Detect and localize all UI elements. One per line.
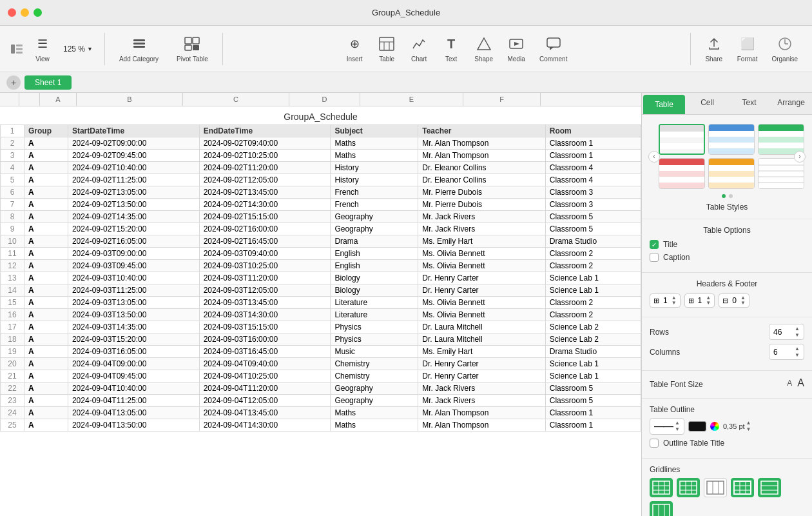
- data-cell[interactable]: A: [24, 321, 68, 333]
- data-cell[interactable]: 2024-09-03T11:25:00: [68, 284, 199, 297]
- data-cell[interactable]: Literature: [331, 297, 418, 309]
- data-cell[interactable]: Classroom 1: [545, 419, 641, 432]
- data-cell[interactable]: Dr. Laura Mitchell: [418, 321, 546, 333]
- data-cell[interactable]: 2024-09-04T14:30:00: [199, 419, 331, 432]
- data-cell[interactable]: Mr. Jack Rivers: [418, 223, 546, 235]
- data-cell[interactable]: Science Lab 1: [545, 284, 641, 297]
- data-cell[interactable]: History: [331, 162, 418, 174]
- table-style-orange[interactable]: [708, 158, 755, 189]
- data-cell[interactable]: Literature: [331, 309, 418, 321]
- table-style-plain2[interactable]: [758, 158, 804, 189]
- gridlines-inner-v[interactable]: [704, 478, 727, 497]
- data-cell[interactable]: 2024-09-03T13:05:00: [68, 297, 199, 309]
- line-style-stepper[interactable]: ▲ ▼: [675, 420, 680, 432]
- data-cell[interactable]: French: [331, 199, 418, 211]
- data-cell[interactable]: A: [24, 199, 68, 211]
- data-cell[interactable]: 2024-09-02T16:45:00: [199, 235, 331, 248]
- data-cell[interactable]: Ms. Olivia Bennett: [418, 248, 546, 260]
- toolbar-media[interactable]: Media: [501, 32, 532, 65]
- pt-down[interactable]: ▼: [746, 426, 751, 433]
- data-cell[interactable]: 2024-09-02T12:05:00: [199, 174, 331, 186]
- header-rows-down[interactable]: ▼: [672, 301, 677, 306]
- pt-stepper[interactable]: ▲ ▼: [746, 420, 751, 432]
- data-cell[interactable]: Ms. Emily Hart: [418, 235, 546, 248]
- minimize-button[interactable]: [21, 8, 29, 17]
- data-cell[interactable]: Science Lab 2: [545, 321, 641, 333]
- data-cell[interactable]: A: [24, 186, 68, 199]
- data-cell[interactable]: A: [24, 223, 68, 235]
- data-cell[interactable]: Mr. Pierre Dubois: [418, 186, 546, 199]
- cols-stepper[interactable]: ▲ ▼: [795, 346, 800, 358]
- cols-down[interactable]: ▼: [795, 352, 800, 359]
- data-cell[interactable]: A: [24, 346, 68, 358]
- data-cell[interactable]: Maths: [331, 407, 418, 419]
- data-cell[interactable]: A: [24, 382, 68, 395]
- toolbar-organise[interactable]: Organise: [765, 32, 804, 65]
- data-cell[interactable]: Science Lab 1: [545, 358, 641, 370]
- style-nav-right[interactable]: ›: [794, 151, 806, 163]
- data-cell[interactable]: Mr. Alan Thompson: [418, 150, 546, 162]
- data-cell[interactable]: 2024-09-03T10:40:00: [68, 272, 199, 284]
- data-cell[interactable]: 2024-09-02T15:20:00: [68, 223, 199, 235]
- data-cell[interactable]: A: [24, 370, 68, 382]
- add-sheet-button[interactable]: +: [6, 75, 21, 90]
- data-cell[interactable]: 2024-09-02T09:40:00: [199, 137, 331, 150]
- data-cell[interactable]: Chemistry: [331, 358, 418, 370]
- table-style-plain[interactable]: [659, 124, 705, 155]
- data-cell[interactable]: A: [24, 309, 68, 321]
- data-cell[interactable]: 2024-09-03T16:45:00: [199, 346, 331, 358]
- data-cell[interactable]: A: [24, 150, 68, 162]
- data-cell[interactable]: 2024-09-03T11:20:00: [199, 272, 331, 284]
- data-cell[interactable]: Classroom 5: [545, 223, 641, 235]
- data-cell[interactable]: 2024-09-04T13:05:00: [68, 407, 199, 419]
- data-cell[interactable]: Mr. Jack Rivers: [418, 211, 546, 223]
- toolbar-insert[interactable]: ⊕ Insert: [339, 32, 370, 65]
- data-cell[interactable]: 2024-09-03T14:30:00: [199, 309, 331, 321]
- close-button[interactable]: [8, 8, 16, 17]
- cols-value-control[interactable]: 6 ▲ ▼: [769, 344, 804, 360]
- data-cell[interactable]: A: [24, 407, 68, 419]
- data-cell[interactable]: Classroom 5: [545, 211, 641, 223]
- data-cell[interactable]: Ms. Emily Hart: [418, 346, 546, 358]
- zoom-control[interactable]: 125 % ▼: [59, 43, 97, 55]
- data-cell[interactable]: 2024-09-03T16:00:00: [199, 333, 331, 346]
- data-cell[interactable]: 2024-09-03T09:40:00: [199, 248, 331, 260]
- data-cell[interactable]: Dr. Henry Carter: [418, 358, 546, 370]
- data-cell[interactable]: Drama: [331, 235, 418, 248]
- toolbar-chart[interactable]: Chart: [403, 32, 434, 65]
- data-cell[interactable]: 2024-09-02T10:40:00: [68, 162, 199, 174]
- data-cell[interactable]: 2024-09-02T13:45:00: [199, 186, 331, 199]
- data-cell[interactable]: A: [24, 297, 68, 309]
- sheet-tab-1[interactable]: Sheet 1: [24, 75, 72, 90]
- data-cell[interactable]: Geography: [331, 395, 418, 407]
- header-rows-stepper[interactable]: ▲ ▼: [672, 295, 677, 306]
- footer-rows-down[interactable]: ▼: [740, 301, 746, 306]
- outline-pt-control[interactable]: 0,35 pt ▲ ▼: [723, 420, 751, 432]
- data-cell[interactable]: History: [331, 174, 418, 186]
- sidebar-toggle[interactable]: [8, 40, 26, 58]
- data-cell[interactable]: Music: [331, 346, 418, 358]
- data-cell[interactable]: Mr. Pierre Dubois: [418, 199, 546, 211]
- data-cell[interactable]: 2024-09-04T13:50:00: [68, 419, 199, 432]
- toolbar-text[interactable]: T Text: [436, 32, 467, 65]
- data-cell[interactable]: 2024-09-02T13:05:00: [68, 186, 199, 199]
- font-size-large[interactable]: A: [797, 377, 804, 389]
- data-cell[interactable]: 2024-09-03T13:45:00: [199, 297, 331, 309]
- data-cell[interactable]: 2024-09-03T16:05:00: [68, 346, 199, 358]
- data-cell[interactable]: 2024-09-03T15:15:00: [199, 321, 331, 333]
- header-rows-control[interactable]: ⊞ 1 ▲ ▼: [650, 293, 681, 308]
- toolbar-shape[interactable]: Shape: [468, 32, 499, 65]
- panel-tab-table[interactable]: Table: [643, 95, 685, 114]
- footer-rows-control[interactable]: ⊟ 0 ▲ ▼: [719, 293, 749, 308]
- data-cell[interactable]: Physics: [331, 333, 418, 346]
- rows-down[interactable]: ▼: [795, 332, 800, 339]
- data-cell[interactable]: Ms. Olivia Bennett: [418, 260, 546, 272]
- data-cell[interactable]: Geography: [331, 382, 418, 395]
- gridlines-inner-h[interactable]: [677, 478, 700, 497]
- data-cell[interactable]: Ms. Olivia Bennett: [418, 309, 546, 321]
- data-cell[interactable]: Classroom 5: [545, 382, 641, 395]
- data-cell[interactable]: Geography: [331, 223, 418, 235]
- table-style-green[interactable]: [758, 124, 804, 155]
- data-cell[interactable]: Drama Studio: [545, 346, 641, 358]
- header-cols-stepper[interactable]: ▲ ▼: [706, 295, 711, 306]
